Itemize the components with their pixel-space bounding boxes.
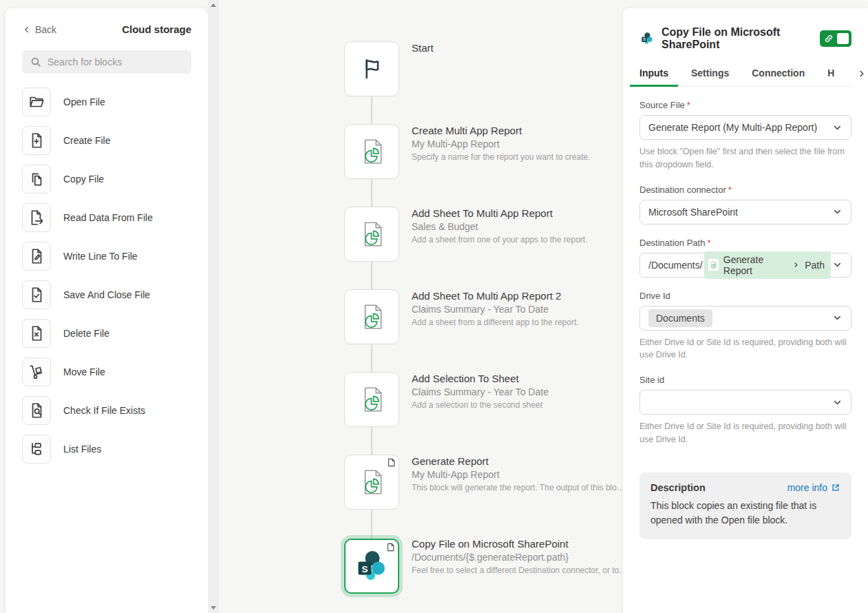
node-create-multi-app-report[interactable] bbox=[344, 124, 399, 179]
scroll-down-icon[interactable] bbox=[211, 606, 216, 610]
panel-title: Copy File on Microsoft SharePoint bbox=[661, 26, 813, 51]
node-add-sheet-2[interactable] bbox=[344, 289, 399, 344]
block-item-list-files[interactable]: List Files bbox=[22, 435, 191, 464]
destination-connector-select[interactable]: Microsoft SharePoint bbox=[639, 200, 851, 225]
node-generate-report[interactable] bbox=[344, 455, 399, 510]
file-check-icon bbox=[22, 280, 51, 309]
field-label: Site id bbox=[639, 375, 851, 385]
node-title: Start bbox=[412, 42, 618, 54]
vertical-scrollbar[interactable] bbox=[208, 0, 219, 613]
block-item-read-data-from-file[interactable]: Read Data From File bbox=[22, 203, 191, 232]
workflow-canvas[interactable]: Start Create Multi App Report My Multi-A… bbox=[219, 0, 623, 613]
report-file-icon bbox=[356, 466, 388, 498]
required-marker: * bbox=[707, 238, 710, 248]
select-value: Microsoft SharePoint bbox=[648, 207, 738, 218]
tab-connection[interactable]: Connection bbox=[752, 67, 805, 86]
file-search-icon bbox=[22, 396, 51, 425]
node-description: Add a sheet from a different app to the … bbox=[412, 318, 618, 327]
external-link-icon bbox=[831, 483, 840, 492]
blocks-sidebar: Back Cloud storage Open File Create File… bbox=[6, 8, 208, 613]
block-list: Open File Create File Copy File Read Dat… bbox=[22, 87, 191, 464]
node-generate-report-text: Generate Report My Multi-App Report This… bbox=[412, 455, 618, 492]
node-add-sheet-2-text: Add Sheet To Multi App Report 2 Claims S… bbox=[412, 290, 618, 327]
back-button[interactable]: Back bbox=[22, 24, 56, 35]
chevron-right-icon bbox=[792, 261, 800, 269]
tab-settings[interactable]: Settings bbox=[691, 67, 729, 86]
node-start[interactable] bbox=[344, 41, 399, 96]
chevron-down-icon bbox=[832, 260, 843, 270]
tab-history-truncated[interactable]: H bbox=[827, 67, 834, 86]
node-add-sheet-1-text: Add Sheet To Multi App Report Sales & Bu… bbox=[412, 207, 618, 245]
more-info-link[interactable]: more info bbox=[787, 482, 840, 493]
node-description: This block will generate the report. The… bbox=[412, 483, 618, 492]
node-copy-file-sharepoint-text: Copy File on Microsoft SharePoint /Docum… bbox=[412, 538, 618, 575]
path-variable-chip[interactable]: Generate Report Path bbox=[704, 251, 831, 279]
sharepoint-logo-icon bbox=[639, 31, 655, 46]
block-label: Check If File Exists bbox=[63, 405, 145, 416]
search-box[interactable] bbox=[22, 50, 191, 74]
panel-header: Copy File on Microsoft SharePoint bbox=[639, 26, 851, 51]
source-file-select[interactable]: Generate Report (My Multi-App Report) bbox=[639, 115, 851, 140]
block-item-open-file[interactable]: Open File bbox=[22, 87, 191, 116]
field-destination-connector: Destination connector* Microsoft SharePo… bbox=[639, 185, 851, 225]
field-helper-text: Either Drive Id or Site Id is required, … bbox=[639, 336, 851, 362]
field-helper-text: Either Drive Id or Site Id is required, … bbox=[639, 420, 851, 446]
field-label: Source File* bbox=[639, 100, 851, 110]
node-title: Create Multi App Report bbox=[412, 125, 618, 136]
block-label: Copy File bbox=[63, 174, 104, 185]
tab-inputs[interactable]: Inputs bbox=[639, 67, 668, 86]
select-value: Generate Report (My Multi-App Report) bbox=[648, 122, 817, 133]
scroll-up-icon[interactable] bbox=[211, 3, 216, 7]
field-label: Destination Path* bbox=[639, 238, 851, 248]
node-subtitle: My Multi-App Report bbox=[412, 138, 618, 149]
node-title: Copy File on Microsoft SharePoint bbox=[412, 538, 618, 550]
block-config-panel: Copy File on Microsoft SharePoint Inputs… bbox=[623, 8, 868, 613]
node-add-sheet-1[interactable] bbox=[344, 207, 399, 262]
node-add-selection-to-sheet[interactable] bbox=[344, 372, 399, 427]
destination-path-input[interactable]: /Documents/ Generate Report Path bbox=[639, 253, 851, 278]
block-item-check-if-file-exists[interactable]: Check If File Exists bbox=[22, 396, 191, 425]
block-label: Read Data From File bbox=[63, 212, 153, 223]
flag-icon bbox=[356, 53, 388, 85]
block-item-create-file[interactable]: Create File bbox=[22, 126, 191, 155]
block-item-move-file[interactable]: Move File bbox=[22, 357, 191, 386]
chevron-right-icon bbox=[857, 69, 867, 79]
node-subtitle: Claims Summary - Year To Date bbox=[412, 304, 618, 315]
site-id-select[interactable] bbox=[639, 390, 851, 415]
chevron-left-icon bbox=[22, 25, 32, 34]
file-badge-icon bbox=[388, 458, 395, 467]
block-label: Move File bbox=[63, 366, 105, 377]
field-source-file: Source File* Generate Report (My Multi-A… bbox=[639, 100, 851, 172]
node-title: Add Selection To Sheet bbox=[412, 373, 618, 384]
block-item-copy-file[interactable]: Copy File bbox=[22, 165, 191, 194]
chip-block-name: Generate Report bbox=[723, 254, 787, 276]
node-title: Add Sheet To Multi App Report bbox=[412, 207, 618, 219]
chip-field-name: Path bbox=[805, 260, 825, 271]
block-label: List Files bbox=[63, 444, 101, 455]
back-label: Back bbox=[35, 24, 56, 35]
search-input[interactable] bbox=[47, 56, 183, 67]
block-item-save-and-close-file[interactable]: Save And Close File bbox=[22, 280, 191, 309]
node-subtitle: My Multi-App Report bbox=[412, 469, 618, 480]
drive-id-chip[interactable]: Documents bbox=[648, 309, 712, 327]
block-label: Save And Close File bbox=[63, 289, 150, 300]
block-label: Create File bbox=[63, 135, 110, 146]
tabs-overflow-button[interactable] bbox=[857, 69, 867, 86]
report-file-icon bbox=[356, 301, 388, 333]
hand-truck-icon bbox=[22, 357, 51, 386]
node-copy-file-sharepoint[interactable] bbox=[344, 539, 399, 594]
description-body: This block copies an existing file that … bbox=[650, 499, 840, 528]
folder-open-icon bbox=[22, 87, 51, 116]
field-site-id: Site id Either Drive Id or Site Id is re… bbox=[639, 375, 851, 446]
block-item-write-line-to-file[interactable]: Write Line To File bbox=[22, 242, 191, 271]
drive-id-select[interactable]: Documents bbox=[639, 306, 851, 331]
panel-tabs: Inputs Settings Connection H bbox=[639, 67, 851, 87]
field-label: Drive Id bbox=[639, 291, 851, 301]
block-item-delete-file[interactable]: Delete File bbox=[22, 319, 191, 348]
field-destination-path: Destination Path* /Documents/ Generate R… bbox=[639, 238, 851, 278]
report-file-icon bbox=[356, 384, 388, 415]
link-toggle[interactable] bbox=[820, 30, 851, 47]
node-title: Add Sheet To Multi App Report 2 bbox=[412, 290, 618, 302]
report-file-icon bbox=[356, 218, 388, 250]
node-add-selection-to-sheet-text: Add Selection To Sheet Claims Summary - … bbox=[412, 373, 618, 410]
